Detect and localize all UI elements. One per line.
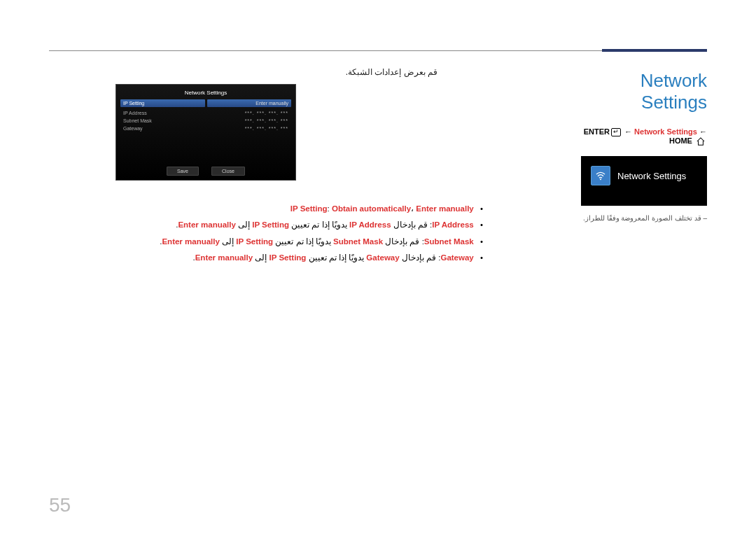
bullet-key: IP Address [432, 220, 473, 229]
disclaimer-text: – قد تختلف الصورة المعروضة وفقًا للطراز. [581, 214, 707, 222]
bullet-key: IP Setting [290, 204, 328, 213]
tv-row: Gateway***. ***. ***. *** [122, 125, 290, 132]
bullet-item: IP Address: قم بإدخال IP Address يدويًا … [49, 218, 483, 232]
tv-row-value: ***. ***. ***. *** [245, 126, 288, 131]
bullet-list: IP Setting: Obtain automatically، Enter … [49, 202, 483, 265]
tv-row: Subnet Mask***. ***. ***. *** [122, 117, 290, 125]
bullet-value: Obtain automatically [332, 204, 411, 213]
tv-row-label: IP Address [123, 111, 147, 115]
caption-text: قم بعرض إعدادات الشبكة. [49, 67, 438, 77]
divider-accent [602, 49, 707, 52]
path-home: HOME [669, 136, 692, 145]
bullet-item: Gateway: قم بإدخال Gateway يدويًا إذا تم… [49, 251, 483, 265]
bullet-key: Subnet Mask [424, 237, 474, 246]
tv-title: Network Settings [120, 87, 291, 99]
tv-rows: IP Address***. ***. ***. *** Subnet Mask… [120, 107, 291, 134]
tv-row-value: ***. ***. ***. *** [245, 111, 288, 115]
arrow-icon: ← [624, 127, 632, 136]
tv-row: IP Address***. ***. ***. *** [122, 109, 290, 117]
bullet-item: Subnet Mask: قم بإدخال Subnet Mask يدويً… [49, 234, 483, 249]
bullet-value: Enter manually [416, 204, 473, 213]
widget-preview: Network Settings [581, 156, 707, 206]
bullet-item: IP Setting: Obtain automatically، Enter … [49, 202, 483, 216]
tv-row-value: ***. ***. ***. *** [245, 118, 288, 123]
path-enter: ENTER [584, 127, 610, 136]
tv-save-button: Save [167, 167, 199, 176]
tv-row-label: Subnet Mask [123, 118, 152, 123]
path-network: Network Settings [634, 127, 697, 136]
tv-screenshot: Network Settings IP Setting Enter manual… [115, 84, 296, 181]
widget-label: Network Settings [617, 171, 686, 181]
widget-row: Network Settings [581, 163, 707, 188]
wifi-icon [591, 166, 610, 185]
page-title: Network Settings [581, 70, 707, 113]
tv-row-label: Gateway [123, 126, 143, 131]
left-column: قم بعرض إعدادات الشبكة. Network Settings… [49, 67, 504, 267]
enter-icon [611, 128, 621, 136]
tv-buttons: Save Close [116, 167, 295, 176]
page-number: 55 [49, 494, 71, 517]
svg-point-0 [600, 179, 601, 181]
home-icon [696, 137, 706, 146]
tv-tabs: IP Setting Enter manually [120, 99, 291, 107]
bullet-key: Gateway [440, 253, 473, 262]
tv-close-button: Close [211, 167, 245, 176]
tv-tab-left: IP Setting [120, 99, 205, 107]
arrow-icon: ← [699, 127, 707, 136]
tv-tab-right: Enter manually [207, 99, 292, 107]
right-column: Network Settings ENTER ← Network Setting… [581, 70, 707, 222]
nav-path: ENTER ← Network Settings ← HOME [581, 127, 707, 146]
